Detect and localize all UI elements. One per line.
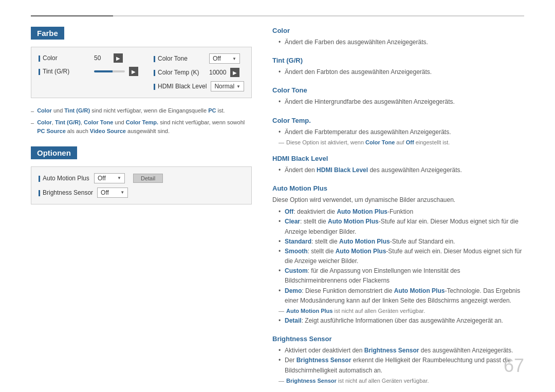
optionen-settings-box: Auto Motion Plus Off ▼ Detail Brightness… <box>31 166 252 204</box>
tint-row: Tint (G/R) ▶ <box>39 67 138 76</box>
auto-motion-smooth: Smooth: stellt die Auto Motion Plus-Stuf… <box>279 247 524 266</box>
color-temp-note-text: Diese Option ist aktiviert, wenn Color T… <box>286 139 450 145</box>
tint-slider <box>94 70 125 72</box>
top-divider <box>31 15 524 16</box>
chevron-down-icon-4: ▼ <box>120 190 124 195</box>
right-column: Color Ändert die Farben des ausgewählten… <box>272 27 524 392</box>
color-temp-next-btn[interactable]: ▶ <box>230 68 239 77</box>
brightness-value: Off <box>101 189 109 196</box>
right-hdmi-heading: HDMI Black Level <box>272 155 524 162</box>
right-color-temp-text: Ändert die Farbtemperatur des ausgewählt… <box>279 127 524 137</box>
chevron-down-icon-3: ▼ <box>117 176 121 180</box>
auto-motion-detail: Detail: Zeigt ausführliche Informationen… <box>279 316 524 326</box>
right-hdmi-bullets: Ändert den HDMI Black Level des ausgewäh… <box>279 165 524 175</box>
right-color-section: Color Ändert die Farben des ausgewählten… <box>272 27 524 47</box>
right-color-bullets: Ändert die Farben des ausgewählten Anzei… <box>279 38 524 47</box>
auto-motion-demo: Demo: Diese Funktion demonstriert die Au… <box>279 286 524 306</box>
right-color-tone-bullets: Ändert die Hintergrundfarbe des ausgewäh… <box>279 97 524 107</box>
right-color-text: Ändert die Farben des ausgewählten Anzei… <box>279 38 524 47</box>
right-brightness-section: Brightness Sensor Aktiviert oder deaktiv… <box>272 335 524 384</box>
farbe-note-2: Color, Tint (G/R), Color Tone und Color … <box>37 118 252 136</box>
color-tone-dropdown[interactable]: Off ▼ <box>209 53 240 64</box>
hdmi-label: HDMI Black Level <box>154 83 207 90</box>
right-color-heading: Color <box>272 27 524 34</box>
auto-motion-note: Auto Motion Plus ist nicht auf allen Ger… <box>279 308 524 314</box>
right-color-tone-section: Color Tone Ändert die Hintergrundfarbe d… <box>272 86 524 107</box>
right-tint-heading: Tint (G/R) <box>272 57 524 64</box>
right-color-temp-heading: Color Temp. <box>272 117 524 124</box>
farbe-settings-box: Color 50 ▶ Tint (G/R) ▶ <box>31 47 252 98</box>
auto-motion-note-text: Auto Motion Plus ist nicht auf allen Ger… <box>286 308 425 314</box>
farbe-title: Farbe <box>31 27 64 40</box>
right-tint-text: Ändert den Farbton des ausgewählten Anze… <box>279 67 524 77</box>
brightness-bullets: Aktiviert oder deaktiviert den Brightnes… <box>279 346 524 376</box>
right-tint-section: Tint (G/R) Ändert den Farbton des ausgew… <box>272 57 524 77</box>
color-value: 50 <box>94 54 109 62</box>
color-temp-row: Color Temp (K) 10000 ▶ <box>154 68 244 77</box>
auto-motion-off: Off: deaktiviert die Auto Motion Plus-Fu… <box>279 207 524 217</box>
optionen-title: Optionen <box>31 146 77 159</box>
auto-motion-label: Auto Motion Plus <box>39 175 90 182</box>
auto-motion-detail-bullet: Detail: Zeigt ausführliche Informationen… <box>279 316 524 326</box>
right-color-tone-text: Ändert die Hintergrundfarbe des ausgewäh… <box>279 97 524 107</box>
tint-next-btn[interactable]: ▶ <box>129 67 138 76</box>
brightness-dropdown[interactable]: Off ▼ <box>97 188 128 198</box>
auto-motion-value: Off <box>98 175 106 182</box>
color-temp-label: Color Temp (K) <box>154 69 205 76</box>
auto-motion-dropdown[interactable]: Off ▼ <box>94 173 125 183</box>
right-auto-motion-heading: Auto Motion Plus <box>272 184 524 192</box>
auto-motion-row: Auto Motion Plus Off ▼ Detail <box>39 173 244 183</box>
auto-motion-intro: Diese Option wird verwendet, um dynamisc… <box>272 195 524 205</box>
brightness-bullet-2: Der Brightness Sensor erkennt die Hellig… <box>279 356 524 375</box>
right-hdmi-section: HDMI Black Level Ändert den HDMI Black L… <box>272 155 524 175</box>
farbe-note-1: Color und Tint (G/R) sind nicht verfügba… <box>37 106 225 116</box>
farbe-notes: – Color und Tint (G/R) sind nicht verfüg… <box>31 106 252 136</box>
auto-motion-standard: Standard: stellt die Auto Motion Plus-St… <box>279 237 524 247</box>
color-row: Color 50 ▶ <box>39 53 138 63</box>
color-temp-value: 10000 <box>209 69 226 76</box>
chevron-down-icon-2: ▼ <box>236 84 240 89</box>
hdmi-dropdown[interactable]: Normal ▼ <box>211 81 244 91</box>
color-tone-value: Off <box>213 55 221 62</box>
right-auto-motion-section: Auto Motion Plus Diese Option wird verwe… <box>272 184 524 326</box>
detail-button[interactable]: Detail <box>133 174 163 183</box>
right-tint-bullets: Ändert den Farbton des ausgewählten Anze… <box>279 67 524 77</box>
right-color-temp-bullets: Ändert die Farbtemperatur des ausgewählt… <box>279 127 524 137</box>
right-color-tone-heading: Color Tone <box>272 86 524 94</box>
farbe-section: Farbe Color 50 ▶ <box>31 27 252 136</box>
right-color-temp-section: Color Temp. Ändert die Farbtemperatur de… <box>272 117 524 145</box>
auto-motion-bullets: Off: deaktiviert die Auto Motion Plus-Fu… <box>279 207 524 306</box>
farbe-left-col: Color 50 ▶ Tint (G/R) ▶ <box>39 53 138 76</box>
left-column: Farbe Color 50 ▶ <box>31 27 252 392</box>
tint-label: Tint (G/R) <box>39 68 90 75</box>
chevron-down-icon: ▼ <box>232 57 236 61</box>
color-next-btn[interactable]: ▶ <box>114 53 123 63</box>
brightness-bullet-1: Aktiviert oder deaktiviert den Brightnes… <box>279 346 524 356</box>
color-label: Color <box>39 54 90 62</box>
page-number: 67 <box>504 355 524 377</box>
brightness-note: Brightness Sensor ist nicht auf allen Ge… <box>279 378 524 384</box>
farbe-right-col: Color Tone Off ▼ Color Temp (K) 10000 <box>154 53 244 91</box>
right-brightness-heading: Brightness Sensor <box>272 335 524 343</box>
optionen-section: Optionen Auto Motion Plus Off ▼ Detail B… <box>31 146 252 204</box>
hdmi-value: Normal <box>214 83 234 90</box>
brightness-row: Brightness Sensor Off ▼ <box>39 188 244 198</box>
color-tone-label: Color Tone <box>154 55 205 62</box>
hdmi-row: HDMI Black Level Normal ▼ <box>154 81 244 91</box>
color-temp-note: Diese Option ist aktiviert, wenn Color T… <box>279 139 524 145</box>
color-tone-row: Color Tone Off ▼ <box>154 53 244 64</box>
auto-motion-clear: Clear: stellt die Auto Motion Plus-Stufe… <box>279 217 524 236</box>
brightness-label: Brightness Sensor <box>39 189 93 196</box>
right-hdmi-text: Ändert den HDMI Black Level des ausgewäh… <box>279 165 524 175</box>
brightness-note-text: Brightness Sensor ist nicht auf allen Ge… <box>286 378 429 384</box>
auto-motion-custom: Custom: für die Anpassung von Einstellun… <box>279 266 524 286</box>
